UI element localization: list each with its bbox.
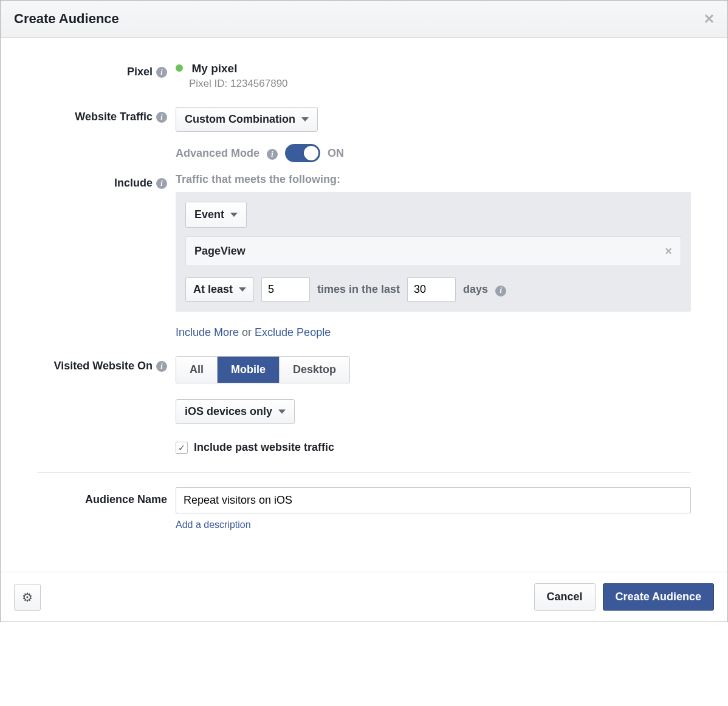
- modal-title: Create Audience: [14, 11, 119, 27]
- segment-desktop[interactable]: Desktop: [280, 357, 349, 383]
- days-label: days: [463, 283, 488, 296]
- modal-footer: ⚙ Cancel Create Audience: [1, 572, 727, 622]
- segment-all[interactable]: All: [176, 357, 218, 383]
- info-icon[interactable]: i: [156, 361, 167, 372]
- pixel-field: My pixel Pixel ID: 1234567890: [176, 62, 691, 90]
- include-label: Include: [114, 177, 153, 190]
- toggle-knob: [304, 146, 318, 160]
- visited-field: All Mobile Desktop iOS devices only ✓ In…: [176, 356, 691, 454]
- frequency-mode-label: At least: [193, 283, 233, 296]
- event-value-row: PageView ×: [185, 236, 681, 266]
- pixel-row: Pixel i My pixel Pixel ID: 1234567890: [37, 62, 691, 90]
- pixel-id: Pixel ID: 1234567890: [189, 78, 691, 90]
- website-traffic-label: Website Traffic: [75, 111, 153, 123]
- exclude-people-link[interactable]: Exclude People: [255, 326, 331, 338]
- advanced-mode-row: Advanced Mode i ON: [176, 144, 691, 162]
- chevron-down-icon: [239, 287, 246, 292]
- chevron-down-icon: [278, 410, 286, 414]
- chevron-down-icon: [230, 213, 238, 217]
- add-description-link[interactable]: Add a description: [176, 519, 251, 530]
- visited-row: Visited Website On i All Mobile Desktop …: [37, 356, 691, 454]
- audience-name-input[interactable]: [176, 487, 691, 513]
- times-input[interactable]: [261, 277, 310, 302]
- past-traffic-label: Include past website traffic: [194, 441, 334, 454]
- include-label-col: Include i: [37, 173, 176, 339]
- event-dropdown[interactable]: Event: [185, 202, 247, 228]
- past-traffic-row: ✓ Include past website traffic: [176, 441, 691, 454]
- create-audience-button[interactable]: Create Audience: [603, 583, 714, 611]
- info-icon[interactable]: i: [156, 67, 167, 78]
- segment-mobile[interactable]: Mobile: [218, 357, 280, 383]
- frequency-row: At least times in the last days i: [185, 277, 681, 302]
- divider: [37, 472, 691, 473]
- device-filter-label: iOS devices only: [185, 405, 272, 418]
- pixel-name-line: My pixel: [176, 62, 691, 75]
- pixel-label-col: Pixel i: [37, 62, 176, 90]
- include-row: Include i Traffic that meets the followi…: [37, 173, 691, 339]
- advanced-mode-toggle[interactable]: [285, 144, 320, 162]
- device-filter-dropdown[interactable]: iOS devices only: [176, 399, 295, 424]
- include-field: Traffic that meets the following: Event …: [176, 173, 691, 339]
- info-icon[interactable]: i: [495, 286, 506, 296]
- include-more-link[interactable]: Include More: [176, 326, 239, 338]
- past-traffic-checkbox[interactable]: ✓: [176, 442, 188, 454]
- create-audience-modal: Create Audience × Pixel i My pixel Pixel…: [0, 0, 728, 622]
- or-text: or: [239, 326, 255, 338]
- audience-name-field: Add a description: [176, 487, 691, 530]
- include-subheading: Traffic that meets the following:: [176, 173, 691, 186]
- close-icon[interactable]: ×: [704, 10, 714, 27]
- traffic-dropdown-label: Custom Combination: [185, 113, 295, 126]
- days-input[interactable]: [407, 277, 456, 302]
- pixel-label: Pixel: [127, 66, 153, 78]
- info-icon[interactable]: i: [267, 149, 278, 160]
- settings-button[interactable]: ⚙: [14, 584, 41, 611]
- gear-icon: ⚙: [22, 590, 33, 605]
- audience-name-row: Audience Name Add a description: [37, 487, 691, 530]
- device-segmented: All Mobile Desktop: [176, 356, 350, 383]
- include-exclude-links: Include More or Exclude People: [176, 326, 691, 339]
- toggle-state: ON: [328, 147, 344, 160]
- website-traffic-row: Website Traffic i Custom Combination Adv…: [37, 107, 691, 162]
- pixel-name: My pixel: [191, 62, 237, 75]
- status-dot-icon: [176, 64, 183, 72]
- frequency-mode-dropdown[interactable]: At least: [185, 277, 254, 302]
- info-icon[interactable]: i: [156, 178, 167, 189]
- checkmark-icon: ✓: [178, 443, 185, 453]
- chevron-down-icon: [301, 117, 309, 122]
- audience-name-label-col: Audience Name: [37, 487, 176, 530]
- cancel-button[interactable]: Cancel: [534, 583, 596, 611]
- traffic-dropdown[interactable]: Custom Combination: [176, 107, 318, 132]
- event-dropdown-label: Event: [194, 208, 224, 221]
- advanced-mode-label: Advanced Mode: [176, 147, 259, 160]
- remove-event-icon[interactable]: ×: [665, 244, 672, 258]
- footer-actions: Cancel Create Audience: [534, 583, 714, 611]
- audience-name-label: Audience Name: [85, 493, 167, 506]
- rule-box: Event PageView × At least times in the: [176, 192, 691, 312]
- modal-body: Pixel i My pixel Pixel ID: 1234567890 We…: [1, 38, 727, 553]
- event-value: PageView: [194, 245, 246, 258]
- website-traffic-label-col: Website Traffic i: [37, 107, 176, 162]
- times-label: times in the last: [317, 283, 400, 296]
- visited-label: Visited Website On: [54, 360, 153, 372]
- device-filter-row: iOS devices only: [176, 399, 691, 424]
- visited-label-col: Visited Website On i: [37, 356, 176, 454]
- modal-header: Create Audience ×: [1, 1, 727, 38]
- info-icon[interactable]: i: [156, 112, 167, 123]
- website-traffic-field: Custom Combination Advanced Mode i ON: [176, 107, 691, 162]
